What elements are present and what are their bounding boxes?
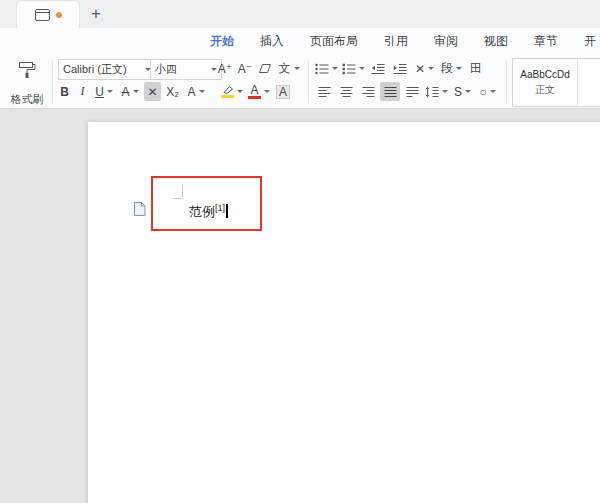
numbered-list-button[interactable] [341,59,366,78]
eraser-icon [258,63,272,74]
document-page[interactable]: 范例[1] [88,122,600,503]
highlight-color-swatch [221,95,234,98]
chevron-down-icon [428,67,434,70]
line-spacing-button[interactable] [424,82,449,101]
increase-indent-button[interactable] [390,59,410,78]
text-effect-glyph: A [187,85,195,99]
unsaved-indicator-dot-icon [56,12,62,18]
decrease-indent-icon [371,63,385,75]
underline-glyph: U [95,85,104,99]
align-right-button[interactable] [358,82,378,101]
font-color-button[interactable]: A [247,82,271,101]
chevron-down-icon [359,67,365,70]
tab-clipped[interactable]: 开 [584,33,596,50]
clear-format-button[interactable] [256,59,274,78]
font-size-value: 小四 [155,62,177,77]
separator [308,61,309,102]
pinyin-guide-button[interactable]: 文 [276,59,302,78]
new-tab-button[interactable]: + [86,4,106,24]
asian-layout-button[interactable]: ✕ [412,59,437,78]
text-cursor [226,204,228,218]
align-left-button[interactable] [314,82,334,101]
shading-glyph: S [454,85,462,99]
align-center-button[interactable] [336,82,356,101]
enclose-glyph: ○ [479,85,486,99]
style-item-heading[interactable]: Aa 标 [578,59,600,106]
wps-writer-window: { "titlebar": { "new_tab_label": "+" }, … [0,0,600,503]
chevron-down-icon [294,67,300,70]
enclose-characters-button[interactable]: ○ [476,82,499,101]
chevron-down-icon [332,67,338,70]
subscript-button[interactable]: X₂ [163,82,182,101]
paragraph-text[interactable]: 范例 [189,204,215,219]
align-left-icon [318,86,331,98]
font-name-value: Calibri (正文) [63,62,127,77]
style-item-normal[interactable]: AaBbCcDd 正文 [513,59,578,106]
shading-button[interactable]: S [451,82,474,101]
chevron-down-icon [133,90,139,93]
titlebar: + [0,0,600,29]
highlight-color-button[interactable] [218,82,245,101]
chevron-down-icon [237,90,243,93]
bullet-list-button[interactable] [314,59,339,78]
align-justify-icon [384,86,397,98]
tab-section[interactable]: 章节 [534,33,558,50]
distribute-icon [406,86,419,98]
strikethrough-glyph: A [121,85,129,99]
highlight-pen-icon [221,85,234,98]
document-canvas[interactable]: 范例[1] [0,109,600,503]
increase-indent-icon [393,63,407,75]
tab-page-layout[interactable]: 页面布局 [310,33,358,50]
font-name-select[interactable]: Calibri (正文) [58,59,156,80]
tab-home[interactable]: 开始 [210,33,234,50]
chevron-down-icon [490,90,496,93]
style-gallery: AaBbCcDd 正文 Aa 标 [512,58,600,107]
separator [52,61,53,102]
text-effect-button[interactable]: A [184,82,208,101]
font-size-select[interactable]: 小四 [150,59,222,80]
paragraph-line[interactable]: 范例[1] [189,203,228,221]
tab-review[interactable]: 审阅 [434,33,458,50]
paragraph-layout-glyph: 段 [441,60,453,77]
format-painter-label: 格式刷 [11,92,44,107]
paragraph-layout-button[interactable]: 段 [439,59,464,78]
align-center-icon [340,86,353,98]
style-name: 正文 [535,83,555,97]
chevron-down-icon [264,90,270,93]
chevron-down-icon [442,90,448,93]
increase-font-size-button[interactable]: A⁺ [216,59,234,78]
separator [506,61,507,102]
format-painter-icon [17,61,37,79]
line-spacing-icon [425,86,439,98]
chevron-down-icon [465,90,471,93]
align-right-icon [362,86,375,98]
superscript-button[interactable]: ✕ [144,82,161,101]
font-color-glyph: A [250,85,258,95]
bold-button[interactable]: B [56,82,73,101]
italic-button[interactable]: I [74,82,91,101]
footnote-reference-mark[interactable]: [1] [215,203,225,213]
character-shading-button[interactable]: A [274,82,292,101]
document-tab[interactable] [16,0,80,29]
home-ribbon-toolbar: 格式刷 Calibri (正文) 小四 A⁺ A⁻ 文 B I U A ✕ X₂… [0,55,600,109]
chevron-down-icon [199,90,205,93]
chevron-down-icon [456,67,462,70]
distribute-button[interactable] [402,82,422,101]
decrease-indent-button[interactable] [368,59,388,78]
underline-button[interactable]: U [92,82,116,101]
bullet-list-icon [315,63,329,75]
tab-insert[interactable]: 插入 [260,33,284,50]
strikethrough-button[interactable]: A [118,82,142,101]
table-grid-button[interactable]: 田 [466,59,486,78]
format-painter-button[interactable]: 格式刷 [5,59,49,109]
decrease-font-size-button[interactable]: A⁻ [236,59,254,78]
document-window-icon [35,9,50,21]
asian-layout-glyph: ✕ [415,62,425,76]
tab-view[interactable]: 视图 [484,33,508,50]
pinyin-glyph: 文 [279,60,291,77]
align-justify-button[interactable] [380,82,400,101]
tab-references[interactable]: 引用 [384,33,408,50]
style-preview-text: AaBbCcDd [520,69,569,80]
ribbon-menu: 开始 插入 页面布局 引用 审阅 视图 章节 开 [0,28,600,55]
margin-document-icon[interactable] [133,202,146,216]
